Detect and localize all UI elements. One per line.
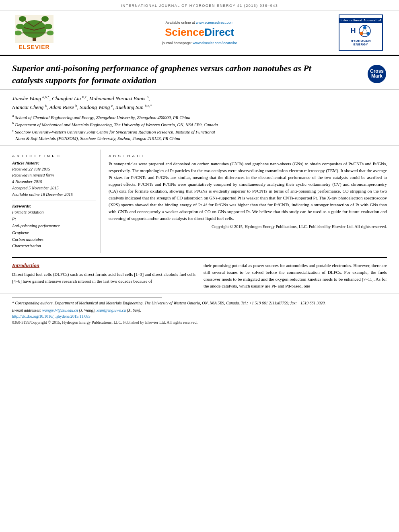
sciencedirect-area: Available online at www.sciencedirect.co… xyxy=(60,21,339,45)
he-logo-header-text: International Journal of xyxy=(339,18,382,23)
svg-point-2 xyxy=(22,20,46,38)
doi-link[interactable]: http://dx.doi.org/10.1016/j.ijhydene.201… xyxy=(12,314,90,318)
sciencedirect-title: ScienceDirect xyxy=(60,26,339,39)
page: International Journal of Hydrogen Energy… xyxy=(0,0,399,328)
email-2-link[interactable]: xsun@eng.uwo.ca xyxy=(97,308,126,312)
affiliation-a: a School of Chemical Engineering and Ene… xyxy=(12,113,387,121)
article-history: Article history: Received 22 July 2015 R… xyxy=(12,160,96,198)
available-url[interactable]: www.sciencedirect.com xyxy=(196,21,234,25)
svg-point-4 xyxy=(19,16,26,22)
he-logo-box: International Journal of H xyxy=(339,14,383,51)
keyword-6: Characterization xyxy=(12,243,96,250)
article-header: Superior anti-poisoning performance of g… xyxy=(0,56,399,90)
affiliation-c: c Soochow University-Western University … xyxy=(12,128,387,142)
journal-homepage-url[interactable]: www.elsevier.com/locate/he xyxy=(193,41,237,45)
he-logo-text: H xyxy=(351,27,356,35)
author-7: Xueliang Sun b,c,* xyxy=(115,104,152,110)
footer-copyright: 0360-3199/Copyright © 2015, Hydrogen Ene… xyxy=(12,320,387,325)
divider xyxy=(12,201,96,201)
accepted-date: Accepted 5 November 2015 xyxy=(12,185,96,191)
email-1-link[interactable]: wangjs07@zzu.edu.cn xyxy=(42,308,78,312)
molecule-icon xyxy=(358,25,371,37)
author-6: Suidong Wang c, xyxy=(80,104,114,110)
journal-title: International Journal of Hydrogen Energy… xyxy=(121,4,278,8)
hydrogen-h: H xyxy=(351,27,356,35)
affiliations: a School of Chemical Engineering and Ene… xyxy=(12,113,387,142)
author-4: Niancai Cheng b, xyxy=(12,104,48,110)
he-logo-footer-text: HYDROGENENERGY xyxy=(351,39,371,47)
article-info-heading: A R T I C L E I N F O xyxy=(12,154,96,158)
he-logo-area: International Journal of H xyxy=(339,14,391,51)
abstract-col: A B S T R A C T Pt nanoparticles were pr… xyxy=(109,150,387,253)
article-title: Superior anti-poisoning performance of g… xyxy=(12,62,326,86)
elsevier-logo: ELSEVIER xyxy=(8,15,60,50)
author-2: Changhai Liu b,c, xyxy=(52,95,88,101)
keywords-label: Keywords: xyxy=(12,203,96,208)
svg-point-8 xyxy=(16,24,24,29)
available-online-date: Available online 18 December 2015 xyxy=(12,191,96,198)
crossmark-badge-icon[interactable]: Cross Mark xyxy=(367,64,387,84)
elsevier-logo-area: ELSEVIER xyxy=(8,15,60,50)
email-1-name: J. Wang xyxy=(80,308,93,312)
intro-two-col: Introduction Direct liquid fuel cells (D… xyxy=(12,262,387,290)
author-5: Adam Riese b, xyxy=(49,104,78,110)
svg-point-6 xyxy=(41,16,49,22)
authors-line: Jianshe Wang a,b,*, Changhai Liu b,c, Mo… xyxy=(12,94,387,111)
he-logo-middle: H xyxy=(351,23,371,39)
abstract-copyright: Copyright © 2015, Hydrogen Energy Public… xyxy=(109,224,387,230)
email-addresses: E-mail addresses: wangjs07@zzu.edu.cn (J… xyxy=(12,307,387,313)
keyword-3: Anti-poisoning performance xyxy=(12,223,96,230)
introduction-title: Introduction xyxy=(12,262,195,269)
header: ELSEVIER Available online at www.science… xyxy=(0,10,399,56)
authors-section: Jianshe Wang a,b,*, Changhai Liu b,c, Mo… xyxy=(0,90,399,145)
email-2-name: X. Sun xyxy=(128,308,139,312)
intro-right-text: their promising potential as power sourc… xyxy=(204,262,387,290)
author-1: Jianshe Wang a,b,*, xyxy=(12,95,51,101)
elsevier-tree-icon xyxy=(15,15,53,43)
article-info-col: A R T I C L E I N F O Article history: R… xyxy=(12,150,101,253)
intro-left-text: Direct liquid fuel cells (DLFCs) such as… xyxy=(12,271,195,285)
received-date: Received 22 July 2015 xyxy=(12,166,96,173)
svg-line-20 xyxy=(365,28,368,33)
footnote-divider xyxy=(12,297,162,298)
keyword-2: Pt xyxy=(12,216,96,223)
journal-homepage-text: journal homepage: www.elsevier.com/locat… xyxy=(60,41,339,45)
author-3: Mohammad Norouzi Banis b, xyxy=(89,95,150,101)
keyword-4: Graphene xyxy=(12,230,96,236)
science-part: Science xyxy=(165,26,204,38)
direct-part: Direct xyxy=(204,26,234,38)
available-online-text: Available online at www.sciencedirect.co… xyxy=(60,21,339,25)
svg-line-19 xyxy=(362,28,365,33)
article-title-row: Superior anti-poisoning performance of g… xyxy=(12,62,387,86)
doi-line[interactable]: http://dx.doi.org/10.1016/j.ijhydene.201… xyxy=(12,314,387,318)
abstract-heading: A B S T R A C T xyxy=(109,154,387,158)
abstract-text: Pt nanoparticles were prepared and depos… xyxy=(109,160,387,222)
top-banner: International Journal of Hydrogen Energy… xyxy=(0,0,399,10)
elsevier-wordmark: ELSEVIER xyxy=(19,44,49,50)
keyword-1: Formate oxidation xyxy=(12,209,96,216)
svg-point-10 xyxy=(44,24,52,29)
introduction-section: Introduction Direct liquid fuel cells (D… xyxy=(0,258,399,290)
affiliation-b: b Department of Mechanical and Materials… xyxy=(12,121,387,128)
corresponding-author-note: * Corresponding authors. Department of M… xyxy=(12,300,387,306)
svg-text:Mark: Mark xyxy=(371,73,383,79)
keywords-section: Keywords: Formate oxidation Pt Anti-pois… xyxy=(12,203,96,250)
two-col-section: A R T I C L E I N F O Article history: R… xyxy=(0,150,399,253)
history-label: Article history: xyxy=(12,160,96,165)
received-revised-date: 4 November 2015 xyxy=(12,179,96,185)
keyword-5: Carbon nanotubes xyxy=(12,236,96,243)
intro-left-col: Introduction Direct liquid fuel cells (D… xyxy=(12,262,195,290)
intro-right-col: their promising potential as power sourc… xyxy=(204,262,387,290)
received-revised-label: Received in revised form xyxy=(12,172,96,179)
footnote-section: * Corresponding authors. Department of M… xyxy=(0,294,399,328)
